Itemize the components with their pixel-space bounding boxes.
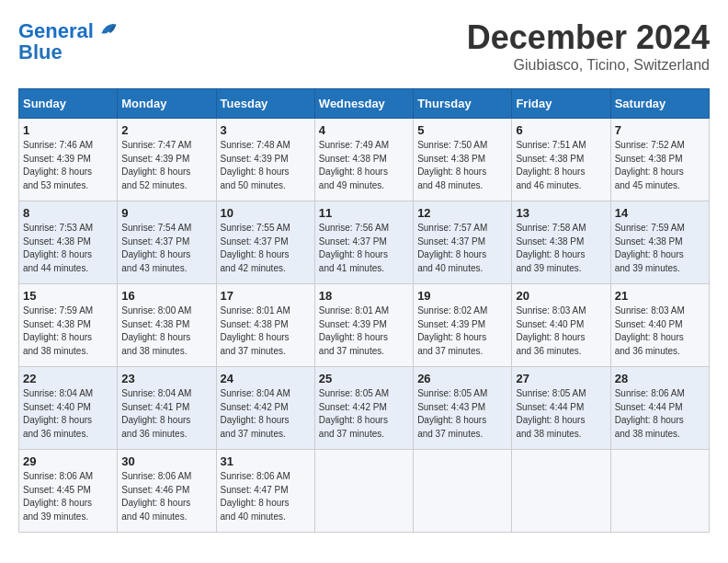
calendar-cell: 17 Sunrise: 8:01 AM Sunset: 4:38 PM Dayl… [216,284,314,367]
calendar-week-row: 15 Sunrise: 7:59 AM Sunset: 4:38 PM Dayl… [19,284,710,367]
weekday-header-row: SundayMondayTuesdayWednesdayThursdayFrid… [19,89,710,119]
day-info: Sunrise: 7:59 AM Sunset: 4:38 PM Dayligh… [23,304,113,358]
calendar-cell: 30 Sunrise: 8:06 AM Sunset: 4:46 PM Dayl… [118,450,216,533]
calendar-cell: 27 Sunrise: 8:05 AM Sunset: 4:44 PM Dayl… [512,367,610,450]
day-info: Sunrise: 7:50 AM Sunset: 4:38 PM Dayligh… [417,139,507,192]
day-info: Sunrise: 8:00 AM Sunset: 4:38 PM Dayligh… [121,304,211,358]
calendar-week-row: 1 Sunrise: 7:46 AM Sunset: 4:39 PM Dayli… [19,119,710,201]
calendar-cell: 6 Sunrise: 7:51 AM Sunset: 4:38 PM Dayli… [512,119,610,201]
day-number: 8 [23,206,113,220]
day-info: Sunrise: 7:54 AM Sunset: 4:37 PM Dayligh… [121,222,211,275]
calendar-cell [512,450,610,533]
day-info: Sunrise: 7:57 AM Sunset: 4:37 PM Dayligh… [417,222,507,275]
day-info: Sunrise: 7:58 AM Sunset: 4:38 PM Dayligh… [516,222,606,275]
calendar-cell: 31 Sunrise: 8:06 AM Sunset: 4:47 PM Dayl… [216,450,314,533]
day-info: Sunrise: 7:51 AM Sunset: 4:38 PM Dayligh… [516,139,606,192]
day-info: Sunrise: 7:47 AM Sunset: 4:39 PM Dayligh… [121,139,211,192]
calendar-cell: 2 Sunrise: 7:47 AM Sunset: 4:39 PM Dayli… [118,119,216,201]
header: General Blue December 2024 Giubiasco, Ti… [18,18,710,74]
day-info: Sunrise: 7:56 AM Sunset: 4:37 PM Dayligh… [319,222,409,275]
month-title: December 2024 [467,18,710,57]
day-number: 16 [121,289,211,303]
calendar-cell: 10 Sunrise: 7:55 AM Sunset: 4:37 PM Dayl… [216,201,314,284]
calendar-cell: 28 Sunrise: 8:06 AM Sunset: 4:44 PM Dayl… [610,367,709,450]
calendar-cell: 15 Sunrise: 7:59 AM Sunset: 4:38 PM Dayl… [19,284,118,367]
day-info: Sunrise: 7:46 AM Sunset: 4:39 PM Dayligh… [23,139,113,192]
day-number: 25 [319,372,409,385]
logo-bird-icon [96,18,118,40]
calendar-cell: 9 Sunrise: 7:54 AM Sunset: 4:37 PM Dayli… [118,201,216,284]
day-number: 3 [221,123,311,137]
day-info: Sunrise: 8:06 AM Sunset: 4:47 PM Dayligh… [221,470,311,523]
calendar-cell: 26 Sunrise: 8:05 AM Sunset: 4:43 PM Dayl… [414,367,512,450]
day-info: Sunrise: 8:04 AM Sunset: 4:41 PM Dayligh… [121,387,211,441]
day-number: 10 [221,206,311,220]
day-info: Sunrise: 8:04 AM Sunset: 4:40 PM Dayligh… [23,387,113,441]
day-number: 6 [516,123,606,137]
day-number: 4 [319,123,409,137]
calendar-week-row: 8 Sunrise: 7:53 AM Sunset: 4:38 PM Dayli… [19,201,710,284]
day-number: 30 [121,454,211,468]
day-info: Sunrise: 8:06 AM Sunset: 4:46 PM Dayligh… [121,470,211,523]
day-number: 13 [516,206,606,220]
day-info: Sunrise: 8:03 AM Sunset: 4:40 PM Dayligh… [615,304,705,358]
calendar-cell: 21 Sunrise: 8:03 AM Sunset: 4:40 PM Dayl… [610,284,709,367]
day-info: Sunrise: 8:05 AM Sunset: 4:43 PM Dayligh… [417,387,507,441]
calendar-cell: 13 Sunrise: 7:58 AM Sunset: 4:38 PM Dayl… [512,201,610,284]
day-number: 5 [417,123,507,137]
day-info: Sunrise: 7:49 AM Sunset: 4:38 PM Dayligh… [319,139,409,192]
calendar-cell: 25 Sunrise: 8:05 AM Sunset: 4:42 PM Dayl… [314,367,413,450]
calendar-cell: 20 Sunrise: 8:03 AM Sunset: 4:40 PM Dayl… [512,284,610,367]
weekday-header-tuesday: Tuesday [216,89,314,119]
calendar-cell: 14 Sunrise: 7:59 AM Sunset: 4:38 PM Dayl… [610,201,709,284]
day-info: Sunrise: 7:55 AM Sunset: 4:37 PM Dayligh… [221,222,311,275]
calendar-cell: 3 Sunrise: 7:48 AM Sunset: 4:39 PM Dayli… [216,119,314,201]
day-number: 27 [516,372,606,385]
calendar-cell: 11 Sunrise: 7:56 AM Sunset: 4:37 PM Dayl… [314,201,413,284]
day-number: 20 [516,289,606,303]
day-info: Sunrise: 8:04 AM Sunset: 4:42 PM Dayligh… [221,387,311,441]
day-info: Sunrise: 8:01 AM Sunset: 4:38 PM Dayligh… [221,304,311,358]
calendar-cell: 1 Sunrise: 7:46 AM Sunset: 4:39 PM Dayli… [19,119,118,201]
calendar-cell: 19 Sunrise: 8:02 AM Sunset: 4:39 PM Dayl… [414,284,512,367]
logo-line1: General [18,19,94,42]
calendar-cell: 23 Sunrise: 8:04 AM Sunset: 4:41 PM Dayl… [118,367,216,450]
day-number: 19 [417,289,507,303]
day-number: 21 [615,289,705,303]
day-info: Sunrise: 8:03 AM Sunset: 4:40 PM Dayligh… [516,304,606,358]
day-info: Sunrise: 8:05 AM Sunset: 4:44 PM Dayligh… [516,387,606,441]
weekday-header-sunday: Sunday [19,89,118,119]
calendar-cell: 22 Sunrise: 8:04 AM Sunset: 4:40 PM Dayl… [19,367,118,450]
calendar-cell: 8 Sunrise: 7:53 AM Sunset: 4:38 PM Dayli… [19,201,118,284]
day-number: 15 [23,289,113,303]
day-info: Sunrise: 8:01 AM Sunset: 4:39 PM Dayligh… [319,304,409,358]
day-number: 22 [23,372,113,385]
calendar-cell [610,450,709,533]
day-info: Sunrise: 8:05 AM Sunset: 4:42 PM Dayligh… [319,387,409,441]
title-area: December 2024 Giubiasco, Ticino, Switzer… [467,18,710,74]
logo: General Blue [18,18,118,64]
day-number: 24 [221,372,311,385]
calendar-week-row: 22 Sunrise: 8:04 AM Sunset: 4:40 PM Dayl… [19,367,710,450]
day-info: Sunrise: 7:48 AM Sunset: 4:39 PM Dayligh… [221,139,311,192]
day-number: 14 [615,206,705,220]
calendar-week-row: 29 Sunrise: 8:06 AM Sunset: 4:45 PM Dayl… [19,450,710,533]
calendar-cell: 16 Sunrise: 8:00 AM Sunset: 4:38 PM Dayl… [118,284,216,367]
day-number: 31 [221,454,311,468]
calendar-cell: 7 Sunrise: 7:52 AM Sunset: 4:38 PM Dayli… [610,119,709,201]
day-number: 1 [23,123,113,137]
calendar-table: SundayMondayTuesdayWednesdayThursdayFrid… [18,88,710,533]
day-number: 12 [417,206,507,220]
calendar-cell: 12 Sunrise: 7:57 AM Sunset: 4:37 PM Dayl… [414,201,512,284]
calendar-cell: 4 Sunrise: 7:49 AM Sunset: 4:38 PM Dayli… [314,119,413,201]
day-number: 11 [319,206,409,220]
day-info: Sunrise: 8:06 AM Sunset: 4:45 PM Dayligh… [23,470,113,523]
day-number: 28 [615,372,705,385]
calendar-cell: 29 Sunrise: 8:06 AM Sunset: 4:45 PM Dayl… [19,450,118,533]
day-number: 9 [121,206,211,220]
calendar-cell: 5 Sunrise: 7:50 AM Sunset: 4:38 PM Dayli… [414,119,512,201]
day-number: 17 [221,289,311,303]
day-number: 18 [319,289,409,303]
day-number: 29 [23,454,113,468]
calendar-cell: 18 Sunrise: 8:01 AM Sunset: 4:39 PM Dayl… [314,284,413,367]
